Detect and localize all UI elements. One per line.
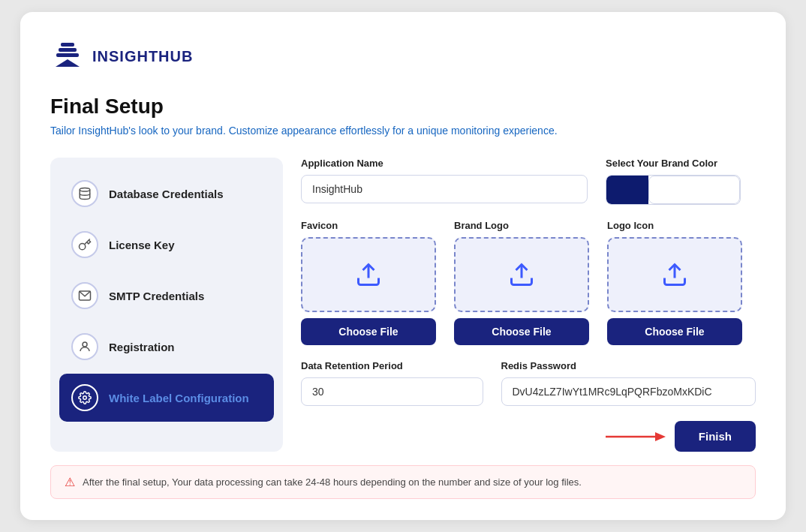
- choose-file-brand-logo-button[interactable]: Choose File: [454, 318, 589, 345]
- color-input-wrapper[interactable]: [606, 175, 741, 205]
- arrow-indicator: [606, 428, 666, 446]
- sidebar-label-smtp: SMTP Credentials: [109, 290, 204, 302]
- upload-row: Favicon Choose File Brand Logo: [301, 220, 756, 345]
- arrow-svg: [606, 428, 666, 446]
- upload-icon-brand-logo: [508, 261, 535, 288]
- finish-row: Finish: [301, 421, 756, 452]
- sidebar-label-license: License Key: [109, 239, 175, 251]
- logo-text: INSIGHTHUB: [92, 48, 193, 65]
- brand-logo-icon: [50, 39, 85, 74]
- gear-icon: [71, 384, 98, 411]
- favicon-upload-box[interactable]: [301, 237, 436, 312]
- sidebar: Database Credentials License Key: [50, 158, 283, 452]
- key-icon: [71, 231, 98, 258]
- svg-point-8: [83, 342, 87, 347]
- sidebar-item-database-credentials[interactable]: Database Credentials: [59, 170, 274, 218]
- logo-icon-column: Logo Icon Choose File: [607, 220, 742, 345]
- form-area: Application Name Select Your Brand Color…: [301, 158, 756, 452]
- choose-file-favicon-button[interactable]: Choose File: [301, 318, 436, 345]
- app-name-group: Application Name: [301, 158, 588, 203]
- svg-rect-1: [61, 43, 74, 47]
- warning-bar: ⚠ After the final setup, Your data proce…: [50, 465, 756, 499]
- sidebar-item-smtp-credentials[interactable]: SMTP Credentials: [59, 272, 274, 320]
- sidebar-label-database: Database Credentials: [109, 188, 224, 200]
- data-retention-input[interactable]: [301, 377, 483, 406]
- brand-logo-label: Brand Logo: [454, 220, 589, 231]
- svg-rect-2: [59, 48, 77, 52]
- logo-icon-upload-box[interactable]: [607, 237, 742, 312]
- database-icon: [71, 180, 98, 207]
- sidebar-item-license-key[interactable]: License Key: [59, 221, 274, 269]
- sidebar-item-registration[interactable]: Registration: [59, 323, 274, 371]
- app-name-label: Application Name: [301, 158, 588, 169]
- main-card: INSIGHTHUB Final Setup Tailor InsightHub…: [20, 12, 786, 520]
- svg-point-6: [80, 244, 86, 250]
- logo-area: INSIGHTHUB: [50, 39, 756, 74]
- color-input-text[interactable]: [648, 176, 740, 204]
- brand-color-label: Select Your Brand Color: [606, 158, 756, 169]
- favicon-column: Favicon Choose File: [301, 220, 436, 345]
- sidebar-label-white-label: White Label Configuration: [109, 392, 249, 404]
- finish-button[interactable]: Finish: [675, 421, 756, 452]
- upload-icon-logo-icon: [661, 261, 688, 288]
- redis-password-group: Redis Password: [501, 360, 756, 406]
- mail-icon: [71, 282, 98, 309]
- favicon-label: Favicon: [301, 220, 436, 231]
- page-subtitle: Tailor InsightHub's look to your brand. …: [50, 125, 756, 137]
- redis-password-input[interactable]: [501, 377, 756, 406]
- brand-logo-column: Brand Logo Choose File: [454, 220, 589, 345]
- svg-marker-14: [655, 432, 666, 441]
- user-icon: [71, 333, 98, 360]
- color-swatch[interactable]: [606, 176, 648, 204]
- warning-icon: ⚠: [65, 475, 75, 489]
- brand-logo-upload-box[interactable]: [454, 237, 589, 312]
- main-content: Database Credentials License Key: [50, 158, 756, 452]
- warning-text: After the final setup, Your data process…: [83, 476, 582, 488]
- svg-point-9: [83, 396, 87, 400]
- redis-password-label: Redis Password: [501, 360, 756, 371]
- brand-color-group: Select Your Brand Color: [606, 158, 756, 205]
- page-title: Final Setup: [50, 95, 756, 119]
- svg-point-5: [80, 188, 90, 192]
- app-name-input[interactable]: [301, 175, 588, 203]
- svg-rect-3: [56, 53, 79, 57]
- choose-file-logo-icon-button[interactable]: Choose File: [607, 318, 742, 345]
- data-retention-group: Data Retention Period: [301, 360, 483, 406]
- sidebar-item-white-label[interactable]: White Label Configuration: [59, 374, 274, 422]
- logo-icon-label: Logo Icon: [607, 220, 742, 231]
- form-row-1: Application Name Select Your Brand Color: [301, 158, 756, 205]
- form-row-3: Data Retention Period Redis Password: [301, 360, 756, 406]
- sidebar-label-registration: Registration: [109, 341, 175, 353]
- data-retention-label: Data Retention Period: [301, 360, 483, 371]
- upload-icon-favicon: [355, 261, 382, 288]
